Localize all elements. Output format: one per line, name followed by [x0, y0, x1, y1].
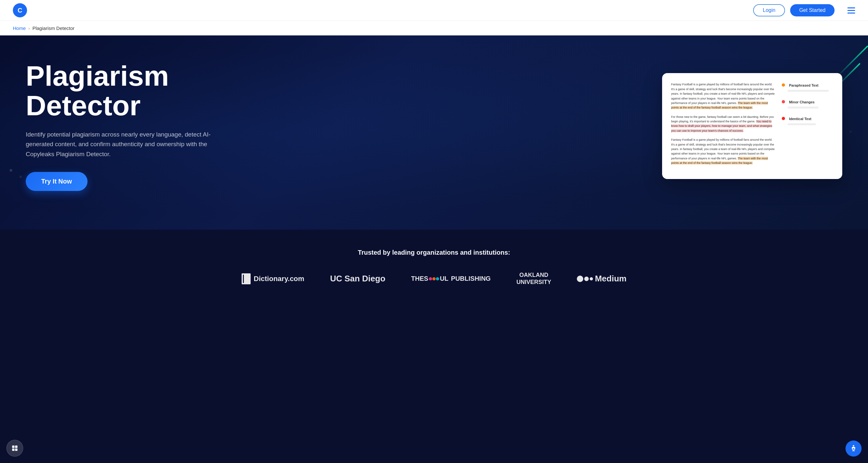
legend-dot-paraphrased [782, 83, 785, 87]
logo-uc-san-diego: UC San Diego [330, 274, 385, 284]
medium-dot1 [577, 276, 583, 282]
legend-label-paraphrased: Paraphrased Text [789, 83, 818, 87]
medium-dot3 [590, 277, 593, 281]
hero-title-line2: Detector [26, 89, 141, 121]
logo-dictionary: Dictionary.com [242, 273, 304, 284]
oakland-text: OAKLANDUNIVERSITY [516, 272, 551, 286]
trusted-logos: Dictionary.com UC San Diego THES UL PUBL… [26, 272, 842, 286]
thesoul-text-publishing: PUBLISHING [451, 275, 491, 282]
medium-dots [577, 276, 593, 282]
dot-deco-1 [10, 169, 12, 172]
hero-title: Plagiarism Detector [26, 61, 219, 121]
hero-description: Identify potential plagiarism across nea… [26, 130, 219, 159]
hamburger-line3 [847, 12, 855, 13]
highlight-orange-2: The team with the most points at the end… [671, 157, 768, 165]
logo-icon: C [13, 3, 27, 18]
legend-bar-paraphrased [787, 90, 829, 92]
breadcrumb-current: Plagiarism Detector [32, 25, 75, 31]
hero-content: Plagiarism Detector Identify potential p… [26, 61, 842, 191]
thesoul-dot-orange [432, 277, 436, 281]
logo[interactable]: C [13, 3, 27, 18]
breadcrumb-home-link[interactable]: Home [13, 25, 26, 31]
thesoul-text-thes: THES [411, 275, 428, 282]
dot-deco-3 [849, 131, 852, 133]
breadcrumb: Home › Plagiarism Detector [0, 21, 868, 35]
hamburger-menu[interactable] [847, 7, 855, 13]
login-button[interactable]: Login [753, 4, 785, 17]
preview-paragraph-3: Fantasy Football is a game played by mil… [671, 138, 775, 165]
preview-card: Fantasy Football is a game played by mil… [662, 73, 842, 179]
hamburger-line2 [847, 10, 855, 11]
preview-paragraph-1: Fantasy Football is a game played by mil… [671, 82, 775, 110]
highlight-red-1: You need to know how to draft your playe… [671, 120, 772, 132]
get-started-button[interactable]: Get Started [790, 4, 835, 17]
legend-bar-minor [787, 107, 818, 109]
hamburger-line1 [847, 7, 855, 8]
legend-paraphrased: Paraphrased Text [782, 82, 833, 92]
thesoul-text-ul: UL [440, 275, 448, 282]
dot-deco-2 [19, 175, 22, 178]
thesoul-dot-pink [429, 277, 432, 281]
uc-san-diego-text: UC San Diego [330, 274, 385, 284]
thesoul-dots [429, 277, 439, 281]
preview-paragraph-2: For those new to the game, fantasy footb… [671, 115, 775, 133]
legend-label-identical: Identical Text [789, 117, 811, 121]
logo-letter: C [18, 7, 22, 14]
highlight-orange-1: The team with the most points at the end… [671, 102, 768, 109]
preview-legend: Paraphrased Text Minor Changes Identical… [782, 82, 833, 170]
breadcrumb-separator: › [28, 26, 30, 31]
hero-section: Plagiarism Detector Identify potential p… [0, 35, 868, 230]
hero-left: Plagiarism Detector Identify potential p… [26, 61, 219, 191]
hero-title-line1: Plagiarism [26, 60, 169, 92]
logo-oakland: OAKLANDUNIVERSITY [516, 272, 551, 286]
header: C Login Get Started [0, 0, 868, 21]
preview-text: Fantasy Football is a game played by mil… [671, 82, 775, 170]
medium-text: Medium [595, 274, 626, 284]
dictionary-text: Dictionary.com [254, 274, 304, 283]
trusted-title: Trusted by leading organizations and ins… [26, 249, 842, 256]
legend-identical: Identical Text [782, 116, 833, 125]
legend-dot-minor [782, 100, 785, 103]
medium-dot2 [584, 277, 589, 281]
dictionary-icon [242, 273, 251, 284]
trusted-section: Trusted by leading organizations and ins… [0, 230, 868, 305]
legend-minor: Minor Changes [782, 99, 833, 109]
try-it-now-button[interactable]: Try It Now [26, 172, 88, 191]
logo-medium: Medium [577, 274, 626, 284]
thesoul-dot-cyan [436, 277, 439, 281]
legend-label-minor: Minor Changes [789, 100, 814, 104]
header-nav: Login Get Started [753, 4, 855, 17]
legend-bar-identical [787, 123, 816, 125]
legend-dot-identical [782, 117, 785, 120]
logo-thesoul: THES UL PUBLISHING [411, 275, 491, 282]
